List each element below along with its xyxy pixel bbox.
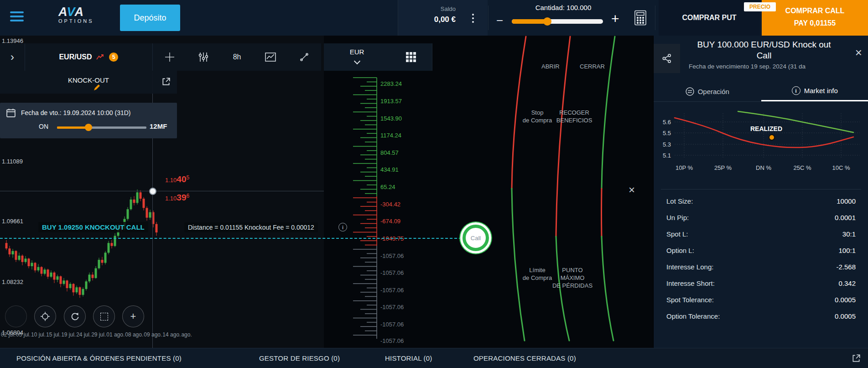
tab-posiciones-abiertas[interactable]: POSICIÓN ABIERTA & ÓRDENES PENDIENTES (0… <box>16 354 182 362</box>
pl-scale-label: -1057.06 <box>380 337 404 344</box>
logo-text: AVA <box>58 6 94 18</box>
candle-body <box>143 199 145 208</box>
candle-body <box>108 243 110 252</box>
price-axis-label: 1.11089 <box>2 158 23 165</box>
expiry-slider-thumb[interactable] <box>85 124 92 131</box>
quote-ask-pips: 40 <box>177 174 186 184</box>
row-label: Option L: <box>666 247 694 254</box>
chart-nav-extra-button[interactable] <box>5 305 27 327</box>
popout-icon[interactable] <box>161 77 171 86</box>
divider <box>661 189 861 189</box>
quote-bid: 1.10396 <box>165 193 189 203</box>
pl-scale-label: 2283.24 <box>380 80 402 87</box>
candle-body <box>69 284 72 288</box>
candle-body <box>9 248 11 254</box>
balance-label: Saldo <box>410 5 456 12</box>
symbol-selector[interactable]: EUR/USD 5 <box>25 43 153 71</box>
indicators-icon[interactable] <box>187 43 220 71</box>
expand-bottom-panel-icon[interactable] <box>852 354 861 363</box>
menu-icon[interactable] <box>10 11 24 21</box>
currency-select[interactable]: EUR <box>324 43 390 71</box>
expand-panel-icon[interactable]: › <box>0 43 25 71</box>
info-icon[interactable]: i <box>338 223 347 231</box>
candle-body <box>92 275 94 278</box>
ava-options-logo[interactable]: AVA OPTIONS <box>58 6 94 24</box>
tab-historial[interactable]: HISTORIAL (0) <box>385 354 432 362</box>
x-axis-label: 05 jul. <box>16 331 31 338</box>
candle-body <box>149 212 151 218</box>
calculator-icon[interactable] <box>634 10 647 26</box>
calendar-icon[interactable] <box>6 108 16 117</box>
pl-profile-panel: 2283.241913.571543.901174.24804.57434.91… <box>324 36 653 348</box>
candle-body <box>156 224 158 233</box>
pl-scale-label: 804.57 <box>380 149 399 156</box>
expiry-panel: Fecha de vto.: 19.09.2024 10:00 (31D) ON… <box>0 103 177 138</box>
more-options-icon[interactable] <box>472 12 474 25</box>
chart-select-button[interactable] <box>93 305 115 327</box>
x-axis-label: 29 jul. <box>91 331 106 338</box>
x-axis-label: 01 ago. <box>106 331 125 338</box>
table-row: Un Pip:0.0001 <box>654 209 868 226</box>
price-axis-label: 1.08232 <box>2 279 23 285</box>
candle-body <box>47 269 49 277</box>
grid-view-icon[interactable] <box>390 43 432 71</box>
candle-body <box>88 275 91 282</box>
chart-zoom-in-button[interactable]: + <box>122 305 144 327</box>
bottom-tabs-bar: POSICIÓN ABIERTA & ÓRDENES PENDIENTES (0… <box>0 348 868 368</box>
mini-x-label: 10C % <box>832 164 850 171</box>
candle-body <box>28 258 30 266</box>
chart-reset-button[interactable] <box>64 305 86 327</box>
quantity-slider[interactable] <box>512 19 603 24</box>
x-axis-label: ago. <box>181 331 192 338</box>
row-value: 0.0005 <box>835 312 856 320</box>
chart-target-button[interactable] <box>34 305 56 327</box>
expiry-slider[interactable] <box>57 126 146 129</box>
quantity-minus-button[interactable]: − <box>496 14 503 28</box>
candle-body <box>31 263 33 266</box>
candle-body <box>25 258 27 262</box>
tab-operaciones-cerradas[interactable]: OPERACIONES CERRADAS (0) <box>473 354 576 362</box>
candle-body <box>111 243 113 246</box>
knockout-label: KNOCK-OUT <box>0 76 177 84</box>
line-tool-icon[interactable] <box>287 43 321 71</box>
tab-market-info[interactable]: i Market info <box>761 81 868 101</box>
row-value: 0.0001 <box>835 214 856 221</box>
pl-scale-label: 1543.90 <box>380 115 402 122</box>
quantity-slider-thumb[interactable] <box>543 17 551 26</box>
quote-ask: 1.10405 <box>165 174 189 184</box>
comprar-call-button[interactable]: COMPRAR CALL PAY 0,01155 <box>762 0 868 36</box>
chart-type-icon[interactable] <box>254 43 287 71</box>
pl-scale-label: 1913.57 <box>380 98 402 105</box>
pl-scale-label: -1057.06 <box>380 321 404 328</box>
realized-label: REALIZED <box>750 125 782 132</box>
pl-scale-label: -1057.06 <box>380 304 404 310</box>
ticket-subtitle: Fecha de vencimiento 19 sep. 2024 (31 da <box>689 63 868 70</box>
crosshair-marker[interactable] <box>149 188 156 195</box>
edit-pencil-icon[interactable] <box>94 84 101 91</box>
logo-subtext: OPTIONS <box>58 18 94 24</box>
candle-body <box>76 287 78 292</box>
mini-x-label: 25P % <box>714 164 732 171</box>
table-row: Option L:100:1 <box>654 242 868 258</box>
tab-operacion[interactable]: Operación <box>654 81 761 101</box>
deposit-button[interactable]: Depósito <box>120 5 180 31</box>
quantity-plus-button[interactable]: + <box>611 11 619 26</box>
candle-body <box>57 276 59 279</box>
pl-scale-label: 434.91 <box>380 166 399 173</box>
candle-body <box>104 252 107 263</box>
top-bar: AVA OPTIONS Depósito Saldo 0,00 € Cantid… <box>0 0 868 36</box>
call-marker-badge[interactable]: Call <box>463 225 489 251</box>
share-icon[interactable] <box>654 44 680 73</box>
close-pl-panel-icon[interactable]: × <box>629 184 635 196</box>
table-row: Spot L:30:1 <box>654 226 868 242</box>
candle-body <box>82 289 84 295</box>
ticket-title: BUY 100.000 EUR/USD Knock out Call <box>689 39 839 61</box>
crosshair-tool-icon[interactable] <box>153 43 187 71</box>
timeframe-button[interactable]: 8h <box>220 43 254 71</box>
smile-marker-dot[interactable] <box>769 135 774 140</box>
close-ticket-icon[interactable]: × <box>855 46 862 60</box>
tab-gestor-riesgo[interactable]: GESTOR DE RIESGO (0) <box>259 354 340 362</box>
candle-body <box>133 200 135 203</box>
row-label: Un Pip: <box>666 214 689 221</box>
pl-scale-ticks <box>324 36 433 348</box>
